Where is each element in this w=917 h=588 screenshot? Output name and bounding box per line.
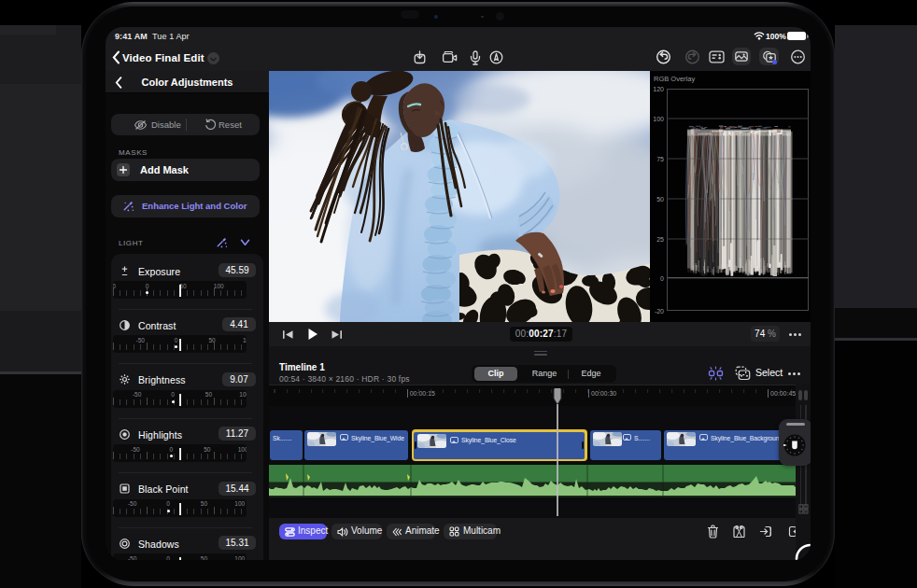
svg-text:-20: -20 (655, 308, 664, 315)
svg-text:120: 120 (653, 86, 664, 92)
svg-text:25: 25 (656, 236, 664, 243)
svg-text:50: 50 (656, 196, 664, 203)
svg-text:75: 75 (656, 156, 664, 162)
svg-text:RGB Overlay: RGB Overlay (654, 75, 695, 83)
svg-text:0: 0 (660, 275, 664, 282)
svg-text:100: 100 (653, 116, 664, 122)
